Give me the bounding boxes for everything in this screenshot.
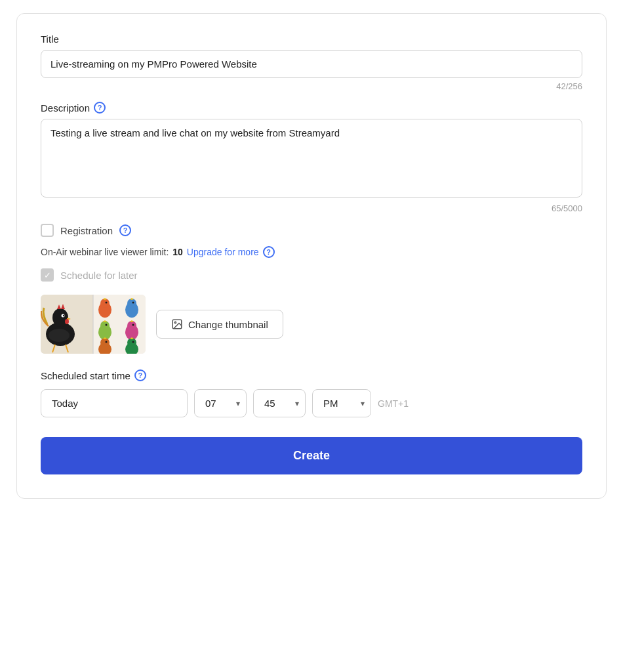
svg-point-19 (132, 302, 134, 304)
registration-label: Registration (60, 225, 113, 236)
change-thumbnail-button[interactable]: Change thumbnail (156, 310, 283, 339)
title-label-text: Title (41, 33, 59, 45)
hour-select[interactable]: 07 08 09 (194, 389, 247, 417)
svg-point-29 (100, 338, 110, 347)
minute-select[interactable]: 45 00 15 30 (253, 389, 306, 417)
viewer-limit-text: On-Air webinar live viewer limit: (41, 247, 169, 257)
title-section: Title 42/256 (41, 33, 582, 91)
schedule-checkbox[interactable] (41, 268, 54, 282)
title-input[interactable] (41, 50, 582, 78)
schedule-label: Schedule for later (60, 270, 138, 281)
timezone-label: GMT+1 (378, 398, 409, 409)
thumbnail-preview (41, 295, 146, 354)
create-button[interactable]: Create (41, 437, 582, 474)
schedule-row: Schedule for later (41, 268, 582, 282)
description-help-icon[interactable]: ? (94, 102, 106, 114)
svg-point-23 (106, 324, 108, 326)
svg-point-8 (65, 319, 69, 324)
title-label: Title (41, 33, 582, 45)
title-char-count: 42/256 (41, 81, 582, 91)
viewer-limit-help-icon[interactable]: ? (263, 246, 275, 258)
svg-point-31 (106, 341, 108, 343)
main-form: Title 42/256 Description ? Testing a liv… (16, 13, 607, 499)
svg-point-6 (63, 315, 64, 316)
scheduled-start-help-icon[interactable]: ? (134, 369, 146, 381)
viewer-limit-count: 10 (172, 247, 183, 257)
svg-point-38 (174, 322, 176, 323)
description-label-text: Description (41, 102, 90, 114)
image-icon (171, 318, 183, 330)
svg-point-27 (132, 324, 134, 326)
svg-point-15 (106, 302, 108, 304)
date-input[interactable] (41, 389, 188, 417)
svg-point-9 (49, 329, 70, 342)
registration-help-icon[interactable]: ? (119, 224, 131, 236)
registration-checkbox[interactable] (41, 224, 54, 237)
svg-point-21 (100, 321, 110, 330)
scheduled-start-label-text: Scheduled start time (41, 370, 131, 381)
ampm-select[interactable]: AM PM (312, 389, 371, 417)
svg-point-3 (52, 308, 68, 327)
viewer-limit-row: On-Air webinar live viewer limit: 10 Upg… (41, 246, 582, 258)
svg-point-33 (127, 338, 136, 347)
description-input[interactable]: Testing a live stream and live chat on m… (41, 119, 582, 198)
scheduled-start-section: Scheduled start time ? 07 08 09 ▾ 45 00 … (41, 369, 582, 417)
svg-point-25 (127, 321, 136, 330)
minute-wrapper: 45 00 15 30 ▾ (253, 389, 306, 417)
upgrade-link[interactable]: Upgrade for more (187, 247, 259, 257)
svg-point-35 (132, 341, 134, 343)
thumbnail-row: Change thumbnail (41, 295, 582, 354)
description-label: Description ? (41, 102, 582, 114)
hour-wrapper: 07 08 09 ▾ (194, 389, 247, 417)
description-section: Description ? Testing a live stream and … (41, 102, 582, 213)
svg-point-13 (100, 299, 110, 308)
svg-point-17 (127, 299, 136, 308)
create-button-label: Create (293, 449, 330, 462)
description-char-count: 65/5000 (41, 203, 582, 213)
registration-row: Registration ? (41, 224, 582, 237)
scheduled-start-label: Scheduled start time ? (41, 369, 582, 381)
ampm-wrapper: AM PM ▾ (312, 389, 371, 417)
time-selectors: 07 08 09 ▾ 45 00 15 30 ▾ AM PM (41, 389, 582, 417)
change-thumbnail-label: Change thumbnail (188, 319, 268, 330)
